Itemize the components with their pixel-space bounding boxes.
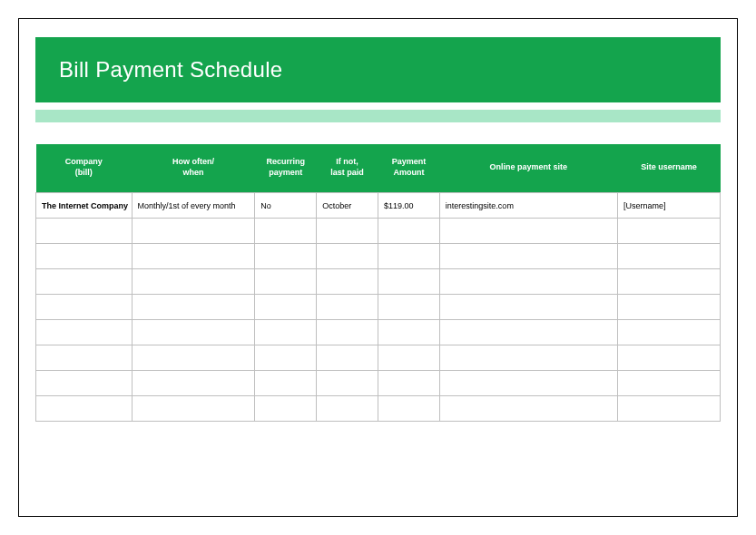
- cell-lastpaid[interactable]: [317, 396, 378, 422]
- cell-username[interactable]: [617, 371, 720, 396]
- cell-recurring[interactable]: [255, 269, 317, 295]
- cell-site[interactable]: interestingsite.com: [439, 193, 617, 219]
- cell-recurring[interactable]: [255, 295, 317, 320]
- cell-recurring[interactable]: [255, 244, 317, 269]
- cell-site[interactable]: [439, 396, 617, 422]
- cell-lastpaid[interactable]: [317, 371, 378, 396]
- table-row: [36, 345, 721, 371]
- cell-lastpaid[interactable]: October: [317, 193, 378, 219]
- cell-site[interactable]: [439, 269, 617, 295]
- cell-howoften[interactable]: [132, 269, 255, 295]
- col-header-text: Payment: [392, 157, 427, 166]
- cell-lastpaid[interactable]: [317, 320, 378, 345]
- cell-lastpaid[interactable]: [317, 269, 378, 295]
- cell-amount[interactable]: [378, 320, 439, 345]
- col-header-amount: Payment Amount: [378, 144, 439, 193]
- col-header-recurring: Recurring payment: [255, 144, 317, 193]
- col-header-text: Online payment site: [490, 162, 568, 171]
- cell-recurring[interactable]: No: [255, 193, 317, 219]
- cell-company[interactable]: [36, 219, 133, 244]
- cell-username[interactable]: [617, 244, 720, 269]
- sub-banner: [35, 110, 721, 122]
- bill-table: Company (bill) How often/ when Recurring…: [35, 144, 721, 422]
- cell-username[interactable]: [617, 219, 720, 244]
- col-header-text: Company: [65, 157, 103, 166]
- cell-howoften[interactable]: [132, 219, 255, 244]
- cell-username[interactable]: [617, 345, 720, 371]
- page-title: Bill Payment Schedule: [59, 57, 697, 83]
- cell-lastpaid[interactable]: [317, 295, 378, 320]
- cell-username[interactable]: [617, 295, 720, 320]
- cell-site[interactable]: [439, 371, 617, 396]
- cell-site[interactable]: [439, 295, 617, 320]
- table-row: [36, 295, 721, 320]
- table-row: [36, 371, 721, 396]
- col-header-text: (bill): [75, 168, 93, 177]
- col-header-text: Site username: [641, 162, 697, 171]
- spacer: [35, 122, 721, 144]
- cell-howoften[interactable]: [132, 345, 255, 371]
- col-header-howoften: How often/ when: [132, 144, 255, 193]
- cell-username[interactable]: [617, 396, 720, 422]
- cell-site[interactable]: [439, 345, 617, 371]
- cell-amount[interactable]: [378, 244, 439, 269]
- col-header-company: Company (bill): [36, 144, 133, 193]
- table-row: [36, 396, 721, 422]
- col-header-text: Amount: [393, 168, 424, 177]
- cell-howoften[interactable]: Monthly/1st of every month: [132, 193, 255, 219]
- col-header-text: when: [182, 168, 203, 177]
- cell-username[interactable]: [617, 320, 720, 345]
- table-row: [36, 320, 721, 345]
- cell-amount[interactable]: [378, 269, 439, 295]
- table-row: [36, 269, 721, 295]
- cell-howoften[interactable]: [132, 320, 255, 345]
- cell-company[interactable]: [36, 320, 133, 345]
- document-frame: Bill Payment Schedule Company (bill) How…: [18, 18, 738, 517]
- col-header-username: Site username: [617, 144, 720, 193]
- col-header-site: Online payment site: [439, 144, 617, 193]
- cell-amount[interactable]: [378, 396, 439, 422]
- col-header-text: last paid: [330, 168, 364, 177]
- cell-lastpaid[interactable]: [317, 345, 378, 371]
- cell-howoften[interactable]: [132, 371, 255, 396]
- cell-amount[interactable]: $119.00: [378, 193, 439, 219]
- cell-company[interactable]: [36, 269, 133, 295]
- cell-company[interactable]: [36, 295, 133, 320]
- table-row: [36, 244, 721, 269]
- cell-site[interactable]: [439, 219, 617, 244]
- table-row: The Internet Company Monthly/1st of ever…: [36, 193, 721, 219]
- col-header-text: payment: [269, 168, 302, 177]
- cell-amount[interactable]: [378, 295, 439, 320]
- cell-recurring[interactable]: [255, 396, 317, 422]
- cell-howoften[interactable]: [132, 244, 255, 269]
- col-header-text: How often/: [172, 157, 214, 166]
- cell-company[interactable]: [36, 396, 133, 422]
- cell-username[interactable]: [Username]: [617, 193, 720, 219]
- cell-amount[interactable]: [378, 219, 439, 244]
- col-header-text: Recurring: [266, 157, 305, 166]
- cell-recurring[interactable]: [255, 320, 317, 345]
- cell-lastpaid[interactable]: [317, 244, 378, 269]
- cell-company[interactable]: The Internet Company: [36, 193, 133, 219]
- table-row: [36, 219, 721, 244]
- table-header-row: Company (bill) How often/ when Recurring…: [36, 144, 721, 193]
- cell-howoften[interactable]: [132, 396, 255, 422]
- cell-company[interactable]: [36, 371, 133, 396]
- cell-recurring[interactable]: [255, 345, 317, 371]
- table-body: The Internet Company Monthly/1st of ever…: [36, 193, 721, 422]
- col-header-lastpaid: If not, last paid: [317, 144, 378, 193]
- cell-site[interactable]: [439, 320, 617, 345]
- cell-howoften[interactable]: [132, 295, 255, 320]
- cell-lastpaid[interactable]: [317, 219, 378, 244]
- cell-recurring[interactable]: [255, 219, 317, 244]
- header-banner: Bill Payment Schedule: [35, 37, 721, 102]
- cell-site[interactable]: [439, 244, 617, 269]
- cell-company[interactable]: [36, 244, 133, 269]
- cell-company[interactable]: [36, 345, 133, 371]
- cell-username[interactable]: [617, 269, 720, 295]
- cell-recurring[interactable]: [255, 371, 317, 396]
- col-header-text: If not,: [336, 157, 358, 166]
- cell-amount[interactable]: [378, 371, 439, 396]
- cell-amount[interactable]: [378, 345, 439, 371]
